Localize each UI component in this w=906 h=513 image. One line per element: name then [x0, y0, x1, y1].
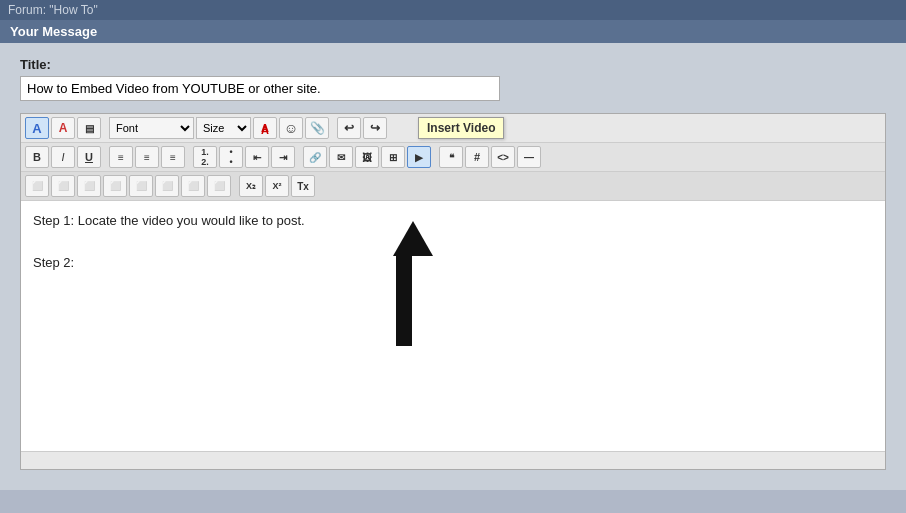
color-btn[interactable]: A: [253, 117, 277, 139]
font-select[interactable]: Font Arial Times New Roman Courier New V…: [109, 117, 194, 139]
unordered-list-btn[interactable]: ••: [219, 146, 243, 168]
insert-video-tooltip: Insert Video: [418, 117, 504, 139]
italic-btn[interactable]: I: [51, 146, 75, 168]
your-message-bar: Your Message: [0, 20, 906, 43]
attach-btn[interactable]: 📎: [305, 117, 329, 139]
extra-btn-4[interactable]: ⬜: [103, 175, 127, 197]
editor-content-line2: Step 2:: [33, 253, 873, 274]
editor-content-line1: Step 1: Locate the video you would like …: [33, 211, 873, 232]
main-content: Title: A A ▤ Font Arial Times New Roman …: [0, 43, 906, 490]
extra-btn-8[interactable]: ⬜: [207, 175, 231, 197]
code-btn[interactable]: <>: [491, 146, 515, 168]
email-btn[interactable]: ✉: [329, 146, 353, 168]
subscript-btn[interactable]: X₂: [239, 175, 263, 197]
arrow-head: [393, 221, 433, 256]
forum-breadcrumb: Forum: "How To": [8, 3, 98, 17]
arrow-shaft: [396, 256, 412, 346]
table-btn[interactable]: ⊞: [381, 146, 405, 168]
superscript-btn[interactable]: X²: [265, 175, 289, 197]
indent-btn[interactable]: ⇥: [271, 146, 295, 168]
align-right-btn[interactable]: ≡: [161, 146, 185, 168]
your-message-label: Your Message: [10, 24, 97, 39]
extra-btn-1[interactable]: ⬜: [25, 175, 49, 197]
extra-btn-2[interactable]: ⬜: [51, 175, 75, 197]
title-input[interactable]: [20, 76, 500, 101]
toolbar-row-2: B I U ≡ ≡ ≡ 1.2. ••: [21, 143, 885, 172]
format-btn-1[interactable]: A: [25, 117, 49, 139]
hash-btn[interactable]: #: [465, 146, 489, 168]
copy-btn[interactable]: ▤: [77, 117, 101, 139]
arrow-annotation: [393, 221, 415, 346]
align-center-btn[interactable]: ≡: [135, 146, 159, 168]
size-select[interactable]: Size 8pt 10pt 12pt 14pt: [196, 117, 251, 139]
extra-btn-3[interactable]: ⬜: [77, 175, 101, 197]
underline-btn[interactable]: U: [77, 146, 101, 168]
editor-area[interactable]: Step 1: Locate the video you would like …: [21, 201, 885, 451]
format-btn-2[interactable]: A: [51, 117, 75, 139]
editor-bottom-bar: [21, 451, 885, 469]
title-label: Title:: [20, 57, 886, 72]
extra-btn-6[interactable]: ⬜: [155, 175, 179, 197]
image-btn[interactable]: 🖼: [355, 146, 379, 168]
extra-btn-5[interactable]: ⬜: [129, 175, 153, 197]
bold-btn[interactable]: B: [25, 146, 49, 168]
link-btn[interactable]: 🔗: [303, 146, 327, 168]
remove-format-btn[interactable]: Tx: [291, 175, 315, 197]
extra-btn-7[interactable]: ⬜: [181, 175, 205, 197]
video-btn[interactable]: ▶ Insert Video: [407, 146, 431, 168]
outdent-btn[interactable]: ⇤: [245, 146, 269, 168]
ordered-list-btn[interactable]: 1.2.: [193, 146, 217, 168]
hr-btn[interactable]: —: [517, 146, 541, 168]
redo-btn[interactable]: ↪: [363, 117, 387, 139]
undo-btn[interactable]: ↩: [337, 117, 361, 139]
forum-header: Forum: "How To": [0, 0, 906, 20]
smiley-btn[interactable]: ☺: [279, 117, 303, 139]
editor-container: A A ▤ Font Arial Times New Roman Courier…: [20, 113, 886, 470]
quote-btn[interactable]: ❝: [439, 146, 463, 168]
toolbar-row-3: ⬜ ⬜ ⬜ ⬜ ⬜ ⬜ ⬜ ⬜ X₂ X² Tx: [21, 172, 885, 201]
align-left-btn[interactable]: ≡: [109, 146, 133, 168]
